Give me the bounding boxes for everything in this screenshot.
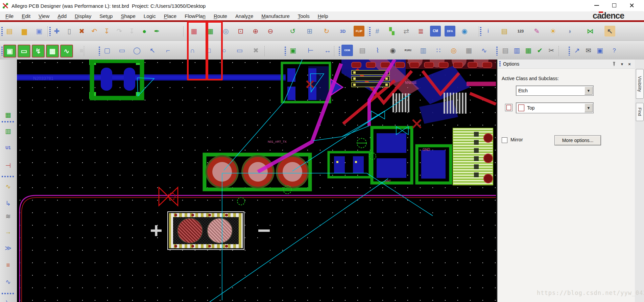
close-button[interactable]: [623, 0, 641, 11]
group-handle[interactable]: [496, 47, 498, 55]
tool-info-icon[interactable]: i: [483, 26, 494, 37]
group-handle[interactable]: [285, 47, 286, 55]
class-select-arrow[interactable]: ▼: [585, 87, 593, 95]
redraw-icon[interactable]: ↻: [321, 26, 332, 37]
slide-icon[interactable]: →: [2, 226, 14, 237]
zoom-fit-icon[interactable]: ⊡: [235, 26, 246, 37]
new-design-icon[interactable]: ▤: [4, 26, 15, 37]
add-rounded-rect-icon[interactable]: ▢: [101, 45, 113, 56]
cross-section-icon[interactable]: ≣: [415, 26, 426, 37]
color-dialog-icon[interactable]: ▚: [386, 26, 397, 37]
menu-place[interactable]: Place: [160, 13, 181, 20]
zoom-points-icon[interactable]: ⊞: [304, 26, 315, 37]
undo-to-mark-icon[interactable]: ↧: [101, 26, 112, 37]
snapshot-icon[interactable]: ◉: [387, 45, 399, 56]
constraint-manager-icon[interactable]: CM: [430, 26, 441, 37]
archive-design-icon[interactable]: ▦: [523, 45, 534, 56]
add-frame-icon[interactable]: ▭: [234, 45, 245, 56]
color-brush-icon[interactable]: ✎: [531, 26, 542, 37]
cm-world-icon[interactable]: ◉: [459, 26, 470, 37]
subclass-color-box[interactable]: [505, 104, 512, 111]
stair-step-icon[interactable]: ≋: [2, 210, 14, 222]
highlight-icon[interactable]: ●: [139, 26, 150, 37]
tab-find[interactable]: Find: [636, 103, 644, 121]
pad-matrix-icon[interactable]: ▦: [463, 45, 475, 56]
segment-edit-icon[interactable]: ∿: [2, 181, 14, 192]
menu-tools[interactable]: Tools: [294, 13, 314, 20]
menu-shape[interactable]: Shape: [117, 13, 139, 20]
shadow-sphere-icon[interactable]: ◑: [564, 26, 575, 37]
meander-icon[interactable]: ∿: [2, 276, 14, 287]
signal-probe-icon[interactable]: ⌇: [372, 45, 383, 56]
menu-view[interactable]: View: [34, 13, 53, 20]
pin-view-icon[interactable]: ✒: [151, 26, 162, 37]
menu-manufacture[interactable]: Manufacture: [257, 13, 293, 20]
menu-flowplan[interactable]: FlowPlan: [181, 13, 210, 20]
tab-visibility[interactable]: Visibility: [636, 69, 644, 99]
undo-icon[interactable]: ↶: [89, 26, 100, 37]
add-circle-icon[interactable]: ◯: [131, 45, 143, 56]
group-handle[interactable]: [1, 47, 3, 55]
pin-panel-button[interactable]: [611, 61, 617, 67]
mirror-checkbox[interactable]: [502, 137, 507, 143]
delay-tune-icon[interactable]: ↳: [2, 198, 14, 209]
menu-add[interactable]: Add: [53, 13, 71, 20]
select-tool-icon[interactable]: ↖: [147, 45, 158, 56]
group-handle[interactable]: [99, 47, 100, 55]
shadow-mode-icon[interactable]: ☀: [548, 26, 558, 37]
artwork-film-icon[interactable]: ▦: [2, 109, 14, 120]
pin-matrix-icon[interactable]: ∷: [433, 45, 444, 56]
layer-stackup-icon[interactable]: ▤: [357, 45, 368, 56]
mail-report-icon[interactable]: ✉: [583, 45, 594, 56]
group-handle[interactable]: [569, 47, 570, 55]
group-handle[interactable]: [49, 27, 51, 36]
layer-swap-icon[interactable]: ⇄: [401, 26, 412, 37]
selection-filter-icon[interactable]: ↖: [604, 26, 615, 37]
assign-refdes-icon[interactable]: 123: [515, 26, 526, 37]
view-3d-icon[interactable]: 3D: [337, 26, 348, 37]
group-handle[interactable]: [1, 27, 3, 36]
add-rectangle-icon[interactable]: ▭: [116, 45, 128, 56]
swap-refdes-icon[interactable]: R1R2: [402, 45, 414, 56]
pad-edit-icon[interactable]: ▣: [287, 45, 299, 56]
add-line-icon[interactable]: ╲: [2, 298, 14, 302]
delete-icon[interactable]: ✖: [76, 26, 87, 37]
odb-export-icon[interactable]: ODB: [341, 45, 353, 56]
bookmark-icon[interactable]: ▣: [594, 45, 606, 56]
menu-edit[interactable]: Edit: [18, 13, 34, 20]
open-design-icon[interactable]: ▆: [19, 26, 30, 37]
mode-none-icon[interactable]: ■: [76, 45, 87, 56]
move-icon[interactable]: ✚: [51, 26, 62, 37]
measure-distance-icon[interactable]: ↔: [322, 45, 333, 56]
copy-icon[interactable]: ▯: [64, 26, 75, 37]
menu-setup[interactable]: Setup: [95, 13, 117, 20]
subclass-select-arrow[interactable]: ▼: [585, 103, 593, 112]
menu-file[interactable]: File: [1, 13, 18, 20]
mode-general-icon[interactable]: ▣: [3, 45, 16, 57]
menu-analyze[interactable]: Analyze: [231, 13, 257, 20]
place-component-icon[interactable]: U1: [2, 142, 14, 154]
panel-menu-button[interactable]: ▾: [619, 61, 625, 67]
redo-step-icon[interactable]: ↧: [126, 26, 137, 37]
waveform-icon[interactable]: ∿: [478, 45, 490, 56]
menu-route[interactable]: Route: [210, 13, 231, 20]
view-log-icon[interactable]: ▤: [500, 45, 511, 56]
report-notes-icon[interactable]: ▥: [418, 45, 429, 56]
group-handle[interactable]: [339, 47, 340, 55]
spread-lines-icon[interactable]: ≡: [2, 259, 14, 271]
class-select[interactable]: Etch ▼: [516, 86, 594, 96]
import-logic-icon[interactable]: ▥: [2, 125, 14, 137]
via-td-icon[interactable]: ◎: [448, 45, 459, 56]
panel-drag-handle[interactable]: [499, 61, 501, 67]
export-design-icon[interactable]: ↗: [571, 45, 583, 56]
mode-signal-icon[interactable]: ∿: [60, 45, 73, 57]
redo-icon[interactable]: ↷: [114, 26, 125, 37]
menu-display[interactable]: Display: [71, 13, 95, 20]
status-check-icon[interactable]: ✔: [534, 45, 546, 56]
mode-placement-icon[interactable]: ▭: [18, 45, 30, 57]
group-handle[interactable]: [369, 27, 371, 36]
grid-toggle-icon[interactable]: #: [372, 26, 383, 37]
restore-button[interactable]: [605, 0, 623, 11]
connect-route-icon[interactable]: ⊣: [2, 160, 14, 171]
menu-logic[interactable]: Logic: [140, 13, 160, 20]
